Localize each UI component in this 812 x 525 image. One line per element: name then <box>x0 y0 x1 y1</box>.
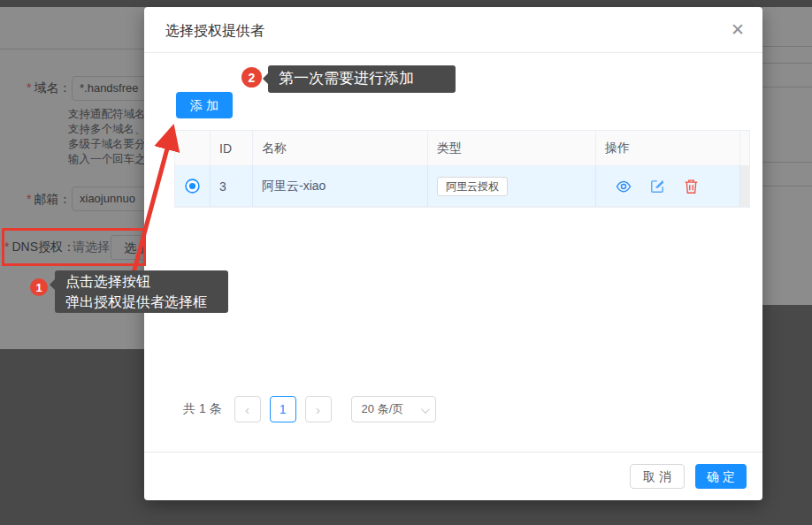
chevron-left-icon[interactable]: ‹ <box>234 396 261 422</box>
highlight-rectangle <box>2 228 146 266</box>
step1-tooltip: 点击选择按钮 弹出授权提供者选择框 <box>55 270 228 313</box>
dialog-header: 选择授权提供者 ✕ <box>144 7 762 53</box>
edit-icon[interactable] <box>650 179 665 194</box>
type-tag: 阿里云授权 <box>437 177 508 196</box>
radio-column-header <box>175 131 211 166</box>
pagination-total: 共 1 条 <box>183 401 222 417</box>
type-column-header: 类型 <box>428 131 596 166</box>
radio-selected-icon[interactable] <box>185 179 200 194</box>
chevron-down-icon <box>421 405 430 414</box>
pagination-page-1[interactable]: 1 <box>270 396 296 422</box>
chevron-right-icon[interactable]: › <box>305 396 332 422</box>
add-button[interactable]: 添 加 <box>176 92 233 118</box>
row-id-cell: 3 <box>211 166 253 207</box>
provider-table: ID 名称 类型 操作 3 阿里云-xiao 阿里云授权 <box>174 130 750 208</box>
name-column-header: 名称 <box>253 131 428 166</box>
step2-tooltip: 第一次需要进行添加 <box>268 65 456 93</box>
scrollbar-gutter <box>740 166 749 207</box>
screenshot-root: *域名： *.handsfree 支持通配符域名 支持多个域名、 多级子域名要分… <box>0 0 812 525</box>
table-row[interactable]: 3 阿里云-xiao 阿里云授权 <box>175 166 749 207</box>
dialog-footer: 取 消 确 定 <box>144 452 762 500</box>
close-icon[interactable]: ✕ <box>731 21 745 39</box>
pagination: 共 1 条 ‹ 1 › 20 条/页 <box>183 396 436 422</box>
page-size-value: 20 条/页 <box>362 402 404 415</box>
cancel-button[interactable]: 取 消 <box>630 464 685 489</box>
step-badge-2: 2 <box>241 67 262 88</box>
table-header-row: ID 名称 类型 操作 <box>175 131 749 166</box>
row-name-cell: 阿里云-xiao <box>253 166 428 207</box>
delete-icon[interactable] <box>684 179 699 194</box>
row-actions-cell <box>596 166 740 207</box>
tooltip-line: 点击选择按钮 <box>65 271 218 292</box>
id-column-header: ID <box>211 131 253 166</box>
actions-column-header: 操作 <box>596 131 740 166</box>
page-size-select[interactable]: 20 条/页 <box>351 396 436 422</box>
view-icon[interactable] <box>616 179 632 194</box>
tooltip-line: 弹出授权提供者选择框 <box>65 292 218 312</box>
step-badge-1: 1 <box>30 278 48 296</box>
confirm-button[interactable]: 确 定 <box>695 464 747 489</box>
row-type-cell: 阿里云授权 <box>428 166 596 207</box>
dialog-title: 选择授权提供者 <box>165 22 264 41</box>
scrollbar-gutter <box>740 131 749 166</box>
tooltip-line: 第一次需要进行添加 <box>279 70 414 87</box>
row-radio-cell <box>175 166 211 207</box>
